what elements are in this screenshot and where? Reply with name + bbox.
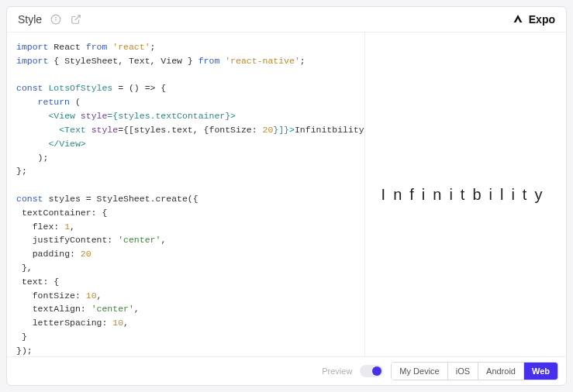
expo-logo-icon <box>512 13 524 26</box>
svg-point-2 <box>56 17 57 18</box>
info-icon[interactable] <box>50 13 62 26</box>
platform-tabs: My Device iOS Android Web <box>391 362 558 380</box>
preview-toggle[interactable] <box>360 365 383 377</box>
tab-ios[interactable]: iOS <box>448 363 478 380</box>
main-area: import React from 'react'; import { Styl… <box>7 33 566 356</box>
snack-window: Style Expo import React from 'react'; im… <box>6 6 567 386</box>
svg-line-3 <box>75 15 80 20</box>
preview-toggle-label: Preview <box>322 366 352 376</box>
footer-bar: Preview My Device iOS Android Web <box>7 356 566 385</box>
code-editor[interactable]: import React from 'react'; import { Styl… <box>7 33 364 356</box>
brand-label: Expo <box>529 13 555 26</box>
app-title: Style <box>18 13 42 26</box>
tab-web[interactable]: Web <box>524 363 557 380</box>
preview-panel: Infinitbility <box>364 33 566 356</box>
header-left: Style <box>18 13 82 26</box>
header-bar: Style Expo <box>7 7 566 33</box>
external-link-icon[interactable] <box>70 13 82 26</box>
tab-my-device[interactable]: My Device <box>392 363 447 380</box>
preview-output-text: Infinitbility <box>381 186 551 204</box>
expo-brand[interactable]: Expo <box>512 13 555 26</box>
tab-android[interactable]: Android <box>478 363 524 380</box>
toggle-knob <box>372 366 381 376</box>
